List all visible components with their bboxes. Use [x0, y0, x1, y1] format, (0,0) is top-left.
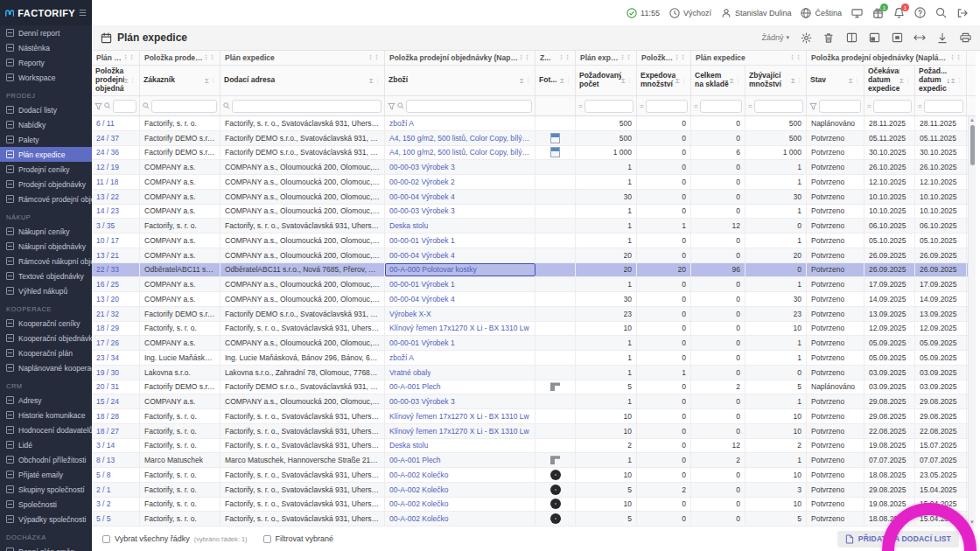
- column-group-photo[interactable]: Z...⋮⋮: [536, 51, 576, 65]
- order-item-link[interactable]: 8 / 13: [96, 456, 115, 464]
- table-row[interactable]: 13 / 20COMPANY a.s.COMPANY a.s., Oloumou…: [92, 292, 976, 307]
- wheel-product-photo[interactable]: [550, 470, 561, 480]
- order-item-link[interactable]: 3 / 2: [96, 499, 111, 508]
- scroll-up-icon[interactable]: ▲: [970, 116, 975, 124]
- drag-handle-icon[interactable]: ⋮⋮: [122, 54, 135, 61]
- user-menu[interactable]: Stanislav Dulina: [721, 8, 792, 18]
- order-item-link[interactable]: 13 / 22: [96, 192, 119, 201]
- equals-operator[interactable]: =: [918, 102, 922, 110]
- column-header-customer[interactable]: ZákazníkΣ⋮: [140, 66, 220, 95]
- filter-shipped-input[interactable]: [646, 100, 688, 113]
- goods-link[interactable]: 00-00-03 Výrobek 3: [389, 206, 455, 215]
- sum-sigma-icon[interactable]: Σ: [730, 77, 734, 85]
- table-row[interactable]: 18 / 29Factorify, s. r. o.Factorify, s. …: [92, 322, 976, 337]
- drag-handle-icon[interactable]: ⋮⋮: [203, 54, 215, 61]
- filter-stock-input[interactable]: [700, 100, 742, 113]
- select-all-rows-checkbox[interactable]: Vybrat všechny řádky (vybráno řádek: 1): [102, 534, 248, 543]
- wheel-product-photo[interactable]: [550, 499, 561, 509]
- scroll-down-icon[interactable]: ▼: [970, 519, 975, 527]
- equals-operator[interactable]: =: [578, 102, 583, 110]
- sidebar-item-obchodní-příležitosti[interactable]: Obchodní příležitosti: [0, 452, 92, 467]
- goods-link[interactable]: zboží A: [389, 353, 414, 362]
- order-item-link[interactable]: 10 / 17: [96, 236, 119, 245]
- add-to-delivery-note-button[interactable]: PŘIDAT NA DODACÍ LIST: [837, 531, 959, 548]
- order-item-link[interactable]: 17 / 26: [96, 338, 119, 347]
- column-group-shipped[interactable]: Položka ...⋮⋮: [637, 51, 691, 65]
- drag-handle-icon[interactable]: ⋮⋮: [620, 54, 632, 61]
- order-item-link[interactable]: 24 / 36: [96, 148, 119, 157]
- sum-sigma-icon[interactable]: Σ: [849, 77, 853, 85]
- column-menu-icon[interactable]: ⋮: [210, 77, 216, 84]
- column-group-status[interactable]: Položka prodejní objednávky (Naplánovaná…: [807, 51, 967, 65]
- table-row[interactable]: 12 / 19COMPANY a.s.COMPANY a.s., Oloumou…: [92, 160, 976, 175]
- goods-link[interactable]: 00-00-03 Výrobek 3: [389, 397, 455, 406]
- sidebar-item-denní-report[interactable]: Denní report: [0, 25, 92, 40]
- column-group-goods[interactable]: Položka prodejní objednávky (Naplánovaná…: [385, 51, 536, 65]
- sum-sigma-icon[interactable]: Σ: [791, 77, 795, 85]
- goods-link[interactable]: Klínový řemen 17x1270 X Li - BX 1310 Lw: [389, 324, 529, 332]
- column-menu-icon[interactable]: ⋮: [956, 77, 962, 84]
- table-row[interactable]: 10 / 17COMPANY a.s.COMPANY a.s., Oloumou…: [92, 234, 976, 248]
- order-item-link[interactable]: 24 / 37: [96, 134, 119, 143]
- sum-sigma-icon[interactable]: Σ: [124, 77, 129, 85]
- sidebar-item-prodejní-objednávky[interactable]: Prodejní objednávky: [0, 177, 92, 192]
- goods-link[interactable]: 00-00-01 Výrobek 1: [389, 338, 455, 347]
- sidebar-item-nabídky[interactable]: Nabídky: [0, 117, 92, 132]
- column-header-requested[interactable]: Požad... datum expedice↓Σ⋮: [915, 66, 967, 95]
- sidebar-item-workspace[interactable]: Workspace: [0, 70, 92, 85]
- sidebar-item-hodnocení-dodavatelů[interactable]: Hodnocení dodavatelů: [0, 422, 92, 437]
- filter-required-input[interactable]: [584, 100, 634, 113]
- column-group-stock[interactable]: Plán expedice⋮⋮: [691, 51, 807, 65]
- column-header-remaining[interactable]: Zbývající množstvíΣ⋮: [746, 66, 807, 95]
- goods-link[interactable]: A4, 100 g/m2, 500 listů, Color Copy, bíl…: [389, 148, 530, 157]
- order-item-link[interactable]: 19 / 30: [96, 368, 119, 377]
- order-item-link[interactable]: 18 / 29: [96, 324, 119, 332]
- hamburger-menu-icon[interactable]: ☰: [79, 9, 87, 17]
- filter-funnel-icon[interactable]: [809, 102, 817, 110]
- order-item-link[interactable]: 12 / 19: [96, 163, 119, 171]
- column-menu-icon[interactable]: ⋮: [130, 77, 136, 84]
- column-menu-icon[interactable]: ⋮: [374, 77, 381, 84]
- drag-handle-icon[interactable]: ⋮⋮: [368, 54, 380, 61]
- sidebar-item-výpadky-společnosti[interactable]: Výpadky společnosti: [0, 512, 92, 527]
- horizontal-arrows-icon[interactable]: [914, 31, 926, 44]
- table-row[interactable]: 5 / 8Factorify, s. r. o.Factorify, s. r.…: [92, 468, 976, 483]
- sidebar-item-rámcové-nákupní-objed[interactable]: Rámcové nákupní objed...: [0, 254, 92, 269]
- order-item-link[interactable]: 5 / 8: [96, 471, 111, 479]
- order-item-link[interactable]: 13 / 21: [96, 251, 119, 260]
- paper-product-photo[interactable]: [550, 147, 560, 157]
- sidebar-item-prodejní-ceníky[interactable]: Prodejní ceníky: [0, 162, 92, 177]
- filter-selected-checkbox[interactable]: Filtrovat vybrané: [263, 534, 334, 543]
- order-item-link[interactable]: 20 / 31: [96, 382, 119, 391]
- goods-link[interactable]: 00-00-04 Výrobek 4: [389, 295, 455, 303]
- sum-sigma-icon[interactable]: Σ: [951, 77, 956, 85]
- goods-link[interactable]: Klínový řemen 17x1270 X Li - BX 1310 Lw: [389, 427, 529, 436]
- table-row[interactable]: 13 / 21COMPANY a.s.COMPANY a.s., Oloumou…: [92, 248, 976, 263]
- order-item-link[interactable]: 13 / 20: [96, 295, 119, 303]
- sidebar-item-historie-komunikace[interactable]: Historie komunikace: [0, 408, 92, 422]
- table-row[interactable]: 16 / 25COMPANY a.s.COMPANY a.s., Oloumou…: [92, 277, 976, 292]
- goods-link[interactable]: Vratné obaly: [389, 368, 430, 377]
- sidebar-item-naplánované-kooperačn[interactable]: Naplánované kooperačn...: [0, 360, 92, 375]
- order-item-link[interactable]: 21 / 32: [96, 310, 119, 318]
- order-item-link[interactable]: 5 / 5: [96, 514, 111, 523]
- goods-link[interactable]: Deska stolu: [389, 221, 428, 230]
- filter-item-input[interactable]: [113, 100, 136, 113]
- sidebar-item-skupiny-společností[interactable]: Skupiny společností: [0, 482, 92, 497]
- checkbox-icon[interactable]: [102, 535, 110, 543]
- column-header-goods[interactable]: ZbožíΣ⋮: [385, 66, 536, 95]
- search-icon[interactable]: [935, 7, 947, 18]
- order-item-link[interactable]: 15 / 24: [96, 397, 119, 406]
- filter-funnel-icon[interactable]: [94, 102, 102, 110]
- filter-expected-input[interactable]: [873, 100, 912, 113]
- table-row[interactable]: 13 / 22COMPANY a.s.COMPANY a.s., Oloumou…: [92, 190, 976, 205]
- sum-sigma-icon[interactable]: Σ: [520, 77, 524, 85]
- table-row[interactable]: 8 / 13Marco MatuschekMarco Matuschek, Ha…: [92, 453, 976, 468]
- table-row[interactable]: 2 / 1Factorify, s. r. o.Factorify, s. r.…: [92, 483, 976, 498]
- displays-icon[interactable]: [851, 7, 863, 18]
- order-item-link[interactable]: 3 / 14: [96, 441, 115, 450]
- table-row[interactable]: 20 / 31Factorify DEMO s.r.o.Factorify DE…: [92, 380, 976, 395]
- goods-link[interactable]: 00-A-001 Plech: [389, 382, 441, 391]
- table-row[interactable]: 22 / 33OdběratelABC11 s.r.o.OdběratelABC…: [92, 263, 976, 278]
- column-header-stock[interactable]: Celkem na skladěΣ⋮: [691, 66, 746, 95]
